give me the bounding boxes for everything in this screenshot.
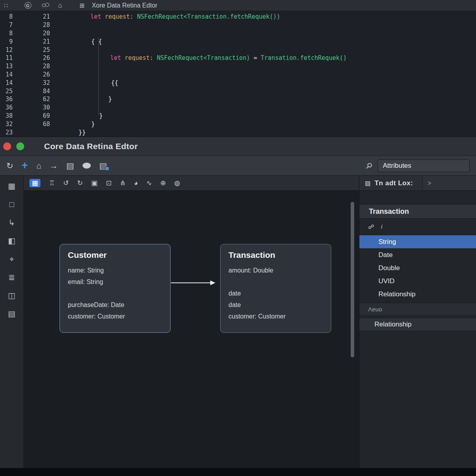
line-number-secondary: 69 <box>13 112 50 119</box>
type-row-uvid[interactable]: UVID <box>359 274 476 288</box>
code-text[interactable]: } <box>108 96 476 103</box>
code-token: {{ <box>111 79 118 86</box>
app-title-bar: Core Data Retina Edtor <box>0 137 476 156</box>
close-button[interactable] <box>3 142 11 150</box>
code-token: request: <box>105 13 137 20</box>
code-text[interactable]: let request: NSFechRequect<Transaction) … <box>110 54 476 61</box>
indent-guide <box>98 37 99 115</box>
info-icon[interactable]: i <box>381 223 382 230</box>
main-area: ▦□↳◧⌖≣◫▤ ▦♖↺↻▣⊡⋔◕∿⊕◍ Customername: Strin… <box>0 176 476 468</box>
select-tool[interactable]: ▦ <box>29 179 40 187</box>
undo-button[interactable]: ↺ <box>63 180 69 186</box>
code-token: = <box>253 54 261 61</box>
forward-icon[interactable]: → <box>50 161 58 170</box>
search-icon[interactable]: ⚲ <box>364 160 374 171</box>
code-token: } <box>108 96 112 103</box>
code-token: { { <box>91 38 102 45</box>
entity-attribute <box>68 288 162 299</box>
grid-icon[interactable]: ▦ <box>8 182 15 190</box>
code-text[interactable]: } <box>91 121 476 128</box>
document-icon[interactable]: ▤ <box>8 310 15 318</box>
code-line: 1426 <box>0 71 476 79</box>
duplicate-tool[interactable]: ⊡ <box>106 180 111 186</box>
model-canvas[interactable]: Customername: Stringemail: Stringpurchas… <box>24 191 359 468</box>
code-line: 3268} <box>0 120 476 128</box>
building-tool[interactable]: ♖ <box>49 180 55 186</box>
grid-icon[interactable]: ⊞ <box>80 2 85 8</box>
type-row-string[interactable]: String <box>359 235 476 248</box>
target-icon[interactable]: ⌖ <box>10 255 14 263</box>
attribute-type-list: StringDateDoubleUVIDRelationship <box>359 235 476 301</box>
add-button[interactable]: + <box>22 160 28 171</box>
line-number-secondary: 21 <box>13 13 50 20</box>
window-grid-icon[interactable]: ∷ <box>4 2 9 8</box>
entity-attribute: email: String <box>68 276 162 288</box>
code-line: 1328 <box>0 62 476 71</box>
code-text[interactable]: } <box>99 112 476 119</box>
type-row-relationship[interactable]: Relationship <box>359 288 476 301</box>
app-window: ∷ G ⌂ ⊞ Xore Data Retina Edtor 821let re… <box>0 0 476 476</box>
line-number-primary: 11 <box>0 54 13 61</box>
home-icon[interactable]: ⌂ <box>36 161 41 170</box>
line-number-primary: 8 <box>0 13 13 20</box>
split-icon[interactable]: ◧ <box>8 237 15 245</box>
code-text[interactable]: { { <box>91 38 476 45</box>
line-number-secondary: 26 <box>13 54 50 61</box>
relationship-arrow <box>171 279 216 287</box>
code-token: NSFechRequect<Transaction) <box>157 54 253 61</box>
editor-center: ▦♖↺↻▣⊡⋔◕∿⊕◍ Customername: Stringemail: S… <box>24 176 359 468</box>
g-circle-icon[interactable]: G <box>25 2 31 9</box>
link-icon[interactable]: ☍ <box>368 223 374 230</box>
inspector-disclosure[interactable]: > <box>422 176 476 190</box>
search-input[interactable]: Attributes <box>378 159 470 172</box>
canvas-scrollbar[interactable] <box>351 202 354 357</box>
hierarchy-tool[interactable]: ⋔ <box>120 180 125 186</box>
entity-row-transaction[interactable]: Transaction <box>359 204 476 219</box>
inspector-mini-toolbar: ☍ i <box>359 219 476 235</box>
code-line: 821let request: NSFechRequect<Transactio… <box>0 13 476 21</box>
code-text[interactable]: {{ <box>111 79 476 86</box>
code-token: }} <box>79 129 86 136</box>
code-line: 3630 <box>0 104 476 112</box>
link-tool[interactable]: ∿ <box>146 180 152 186</box>
pie-tool[interactable]: ◕ <box>134 180 138 186</box>
code-text[interactable]: }} <box>79 129 476 136</box>
code-editor[interactable]: 821let request: NSFechRequect<Transactio… <box>0 11 476 137</box>
frame-icon[interactable]: □ <box>9 200 14 208</box>
code-line: 3869} <box>0 112 476 120</box>
code-token: let <box>90 13 105 20</box>
panel-icon[interactable]: ▤ <box>66 161 74 170</box>
type-row-double[interactable]: Double <box>359 261 476 274</box>
list-icon[interactable]: ≣ <box>8 273 15 281</box>
people-icon[interactable] <box>42 2 50 9</box>
code-text[interactable]: let request: NSFechRequect<Transaction.f… <box>90 13 476 20</box>
relationship-row[interactable]: Relationship <box>359 318 476 331</box>
entity-transaction[interactable]: Transactionamount: Doubledatedatecustome… <box>220 244 331 333</box>
globe-tool[interactable]: ◍ <box>174 180 180 186</box>
type-row-date[interactable]: Date <box>359 248 476 261</box>
zoom-button[interactable] <box>16 142 24 150</box>
move-tool[interactable]: ⊕ <box>160 180 166 186</box>
line-number-primary: 7 <box>0 21 13 29</box>
code-line: 1432{{ <box>0 79 476 87</box>
flow-icon[interactable]: ↳ <box>8 219 15 226</box>
line-number-secondary: 25 <box>13 46 50 54</box>
entity-customer[interactable]: Customername: Stringemail: Stringpurchas… <box>60 244 171 333</box>
line-number-primary: 36 <box>0 96 13 103</box>
columns-icon[interactable]: ◫ <box>8 292 15 299</box>
code-token: request: <box>125 54 157 61</box>
canvas-toolbar: ▦♖↺↻▣⊡⋔◕∿⊕◍ <box>24 176 359 191</box>
inspector-header-label: Tn adt Lox: <box>374 179 413 187</box>
home-icon[interactable]: ⌂ <box>58 2 62 9</box>
comment-icon[interactable] <box>83 161 91 170</box>
entity-attribute: name: String <box>68 265 162 276</box>
copy-tool[interactable]: ▣ <box>91 180 98 186</box>
code-line: 2584 <box>0 87 476 95</box>
hatch-square-icon[interactable]: ▨ <box>365 180 370 187</box>
line-number-secondary: 84 <box>13 88 50 95</box>
editor-badge-icon[interactable]: ▤ <box>99 161 107 170</box>
redo-button[interactable]: ↻ <box>77 180 83 186</box>
window-top-bar: ∷ G ⌂ ⊞ Xore Data Retina Edtor <box>0 0 476 11</box>
refresh-icon[interactable]: ↻ <box>6 161 13 170</box>
line-number-secondary: 32 <box>13 79 50 86</box>
